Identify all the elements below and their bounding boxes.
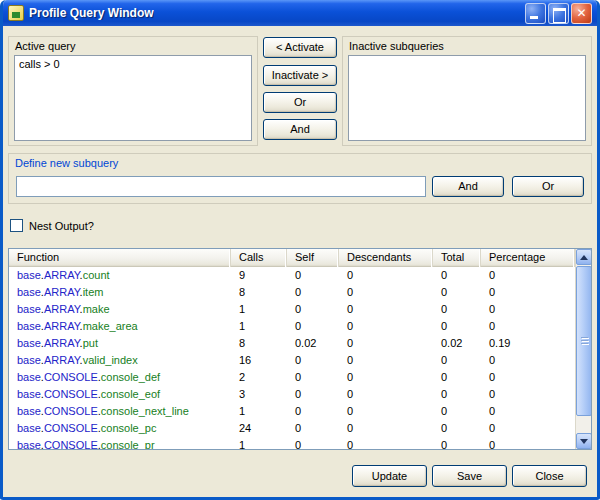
self-cell: 0 [287,267,339,284]
total-cell: 0.02 [433,335,481,352]
column-header-descendants[interactable]: Descendants [339,249,433,267]
self-cell: 0 [287,284,339,301]
active-query-list[interactable]: calls > 0 [14,55,252,141]
table-row[interactable]: base.ARRAY.make_area10000 [9,318,575,335]
percentage-cell: 0 [481,386,575,403]
total-cell: 0 [433,318,481,335]
close-button[interactable]: Close [512,465,587,487]
percentage-cell: 0 [481,420,575,437]
self-cell: 0 [287,386,339,403]
self-cell: 0 [287,369,339,386]
calls-cell: 1 [231,318,287,335]
subquery-and-button[interactable]: And [432,176,504,197]
percentage-cell: 0 [481,437,575,450]
save-button[interactable]: Save [432,465,507,487]
function-name-cell: base.ARRAY.put [9,335,231,352]
close-icon[interactable] [571,3,592,24]
percentage-cell: 0 [481,318,575,335]
nest-output-label: Nest Output? [29,220,94,232]
table-row[interactable]: base.ARRAY.make10000 [9,301,575,318]
table-row[interactable]: base.CONSOLE.console_def20000 [9,369,575,386]
scroll-down-icon[interactable] [576,433,592,449]
descendants-cell: 0 [339,267,433,284]
calls-cell: 16 [231,352,287,369]
calls-cell: 9 [231,267,287,284]
function-name-cell: base.CONSOLE.console_eof [9,386,231,403]
scroll-up-icon[interactable] [576,249,592,265]
app-icon[interactable] [8,5,24,21]
scrollbar-thumb[interactable] [576,266,592,416]
calls-cell: 2 [231,369,287,386]
arrow-up-icon [580,255,588,260]
activate-button[interactable]: < Activate [263,37,337,58]
minimize-icon[interactable] [525,3,546,24]
subquery-or-button[interactable]: Or [512,176,584,197]
subquery-input[interactable] [16,176,426,197]
table-row[interactable]: base.CONSOLE.console_pr10000 [9,437,575,450]
total-cell: 0 [433,284,481,301]
function-name-cell: base.ARRAY.valid_index [9,352,231,369]
descendants-cell: 0 [339,301,433,318]
arrow-down-icon [580,439,588,444]
function-name-cell: base.CONSOLE.console_next_line [9,403,231,420]
percentage-cell: 0 [481,369,575,386]
function-name-cell: base.ARRAY.make_area [9,318,231,335]
calls-cell: 1 [231,301,287,318]
table-header: Function Calls Self Descendants Total Pe… [9,249,575,267]
percentage-cell: 0.19 [481,335,575,352]
define-subquery-label: Define new subquery [15,157,118,169]
self-cell: 0 [287,301,339,318]
nest-output-checkbox[interactable] [10,219,23,232]
function-name-cell: base.CONSOLE.console_pr [9,437,231,450]
calls-cell: 1 [231,437,287,450]
table-body: base.ARRAY.count90000base.ARRAY.item8000… [9,267,575,450]
descendants-cell: 0 [339,335,433,352]
table-row[interactable]: base.ARRAY.item80000 [9,284,575,301]
descendants-cell: 0 [339,420,433,437]
or-query-button[interactable]: Or [263,92,337,113]
percentage-cell: 0 [481,352,575,369]
title-bar[interactable]: Profile Query Window [3,0,597,26]
total-cell: 0 [433,301,481,318]
column-header-calls[interactable]: Calls [231,249,287,267]
self-cell: 0 [287,318,339,335]
profile-table: Function Calls Self Descendants Total Pe… [8,248,592,450]
self-cell: 0 [287,352,339,369]
column-header-self[interactable]: Self [287,249,339,267]
percentage-cell: 0 [481,403,575,420]
table-row[interactable]: base.ARRAY.put80.0200.020.19 [9,335,575,352]
descendants-cell: 0 [339,403,433,420]
self-cell: 0.02 [287,335,339,352]
descendants-cell: 0 [339,369,433,386]
calls-cell: 24 [231,420,287,437]
column-header-function[interactable]: Function [9,249,231,267]
function-name-cell: base.ARRAY.item [9,284,231,301]
descendants-cell: 0 [339,437,433,450]
function-name-cell: base.CONSOLE.console_pc [9,420,231,437]
total-cell: 0 [433,267,481,284]
and-query-button[interactable]: And [263,119,337,140]
table-row[interactable]: base.CONSOLE.console_pc240000 [9,420,575,437]
column-header-total[interactable]: Total [433,249,481,267]
window-title: Profile Query Window [29,6,154,20]
table-row[interactable]: base.CONSOLE.console_eof30000 [9,386,575,403]
total-cell: 0 [433,403,481,420]
descendants-cell: 0 [339,318,433,335]
active-query-label: Active query [15,40,76,52]
table-row[interactable]: base.CONSOLE.console_next_line10000 [9,403,575,420]
descendants-cell: 0 [339,386,433,403]
inactive-subqueries-list[interactable] [348,55,586,141]
inactivate-button[interactable]: Inactivate > [263,65,337,86]
column-header-percentage[interactable]: Percentage [481,249,575,267]
vertical-scrollbar[interactable] [575,249,591,449]
descendants-cell: 0 [339,284,433,301]
table-row[interactable]: base.ARRAY.valid_index160000 [9,352,575,369]
maximize-icon[interactable] [548,3,569,24]
percentage-cell: 0 [481,301,575,318]
inactive-subqueries-label: Inactive subqueries [349,40,444,52]
update-button[interactable]: Update [352,465,427,487]
active-query-item[interactable]: calls > 0 [15,56,251,72]
active-query-frame: Active query calls > 0 [8,36,258,146]
table-row[interactable]: base.ARRAY.count90000 [9,267,575,284]
total-cell: 0 [433,420,481,437]
